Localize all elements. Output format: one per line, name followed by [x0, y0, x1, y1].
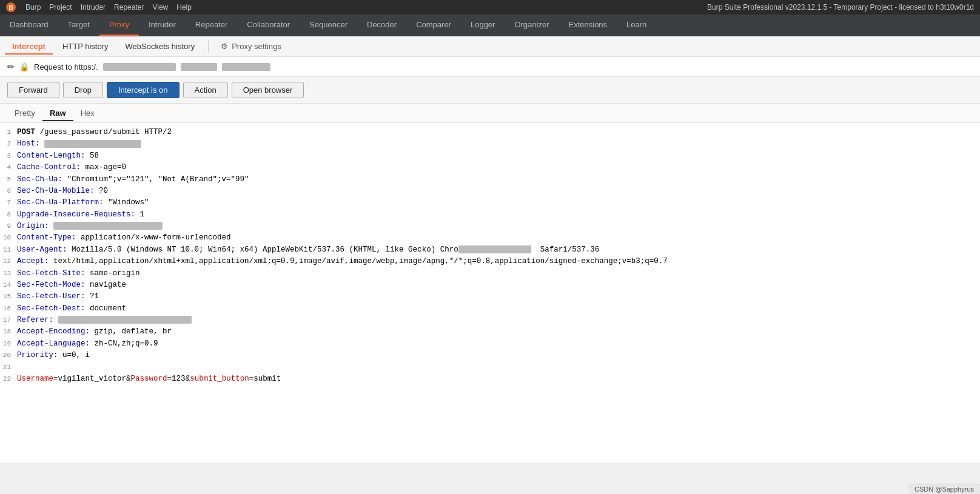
pencil-icon: ✏ [7, 62, 15, 72]
view-tab-hex[interactable]: Hex [73, 106, 102, 121]
line-content[interactable]: Upgrade-Insecure-Requests: 1 [17, 209, 980, 221]
main-nav-tab-intruder[interactable]: Intruder [139, 15, 186, 36]
line-content[interactable]: Sec-Ch-Ua-Platform: "Windows" [17, 197, 980, 209]
main-nav-tab-proxy[interactable]: Proxy [99, 15, 139, 36]
line-number: 12 [0, 256, 17, 267]
table-row: 21 [0, 362, 980, 373]
line-content[interactable]: Sec-Fetch-Mode: navigate [17, 279, 980, 291]
table-row: 5Sec-Ch-Ua: "Chromium";v="121", "Not A(B… [0, 174, 980, 185]
view-tabs: PrettyRawHex [0, 104, 980, 123]
table-row: 15Sec-Fetch-User: ?1 [0, 291, 980, 302]
line-number: 10 [0, 233, 17, 243]
titlebar-menu-view[interactable]: View [152, 3, 168, 12]
line-content[interactable]: Cache-Control: max-age=0 [17, 162, 980, 173]
line-content[interactable]: Sec-Fetch-Site: same-origin [17, 268, 980, 279]
table-row: 6Sec-Ch-Ua-Mobile: ?0 [0, 185, 980, 197]
table-row: 17Referer: [0, 315, 980, 326]
view-tab-raw[interactable]: Raw [42, 106, 73, 121]
main-nav-tab-dashboard[interactable]: Dashboard [0, 15, 58, 36]
line-number: 18 [0, 327, 17, 337]
table-row: 18Accept-Encoding: gzip, deflate, br [0, 326, 980, 338]
sub-nav-tab-intercept[interactable]: Intercept [5, 39, 53, 55]
drop-button[interactable]: Drop [63, 82, 103, 98]
main-nav-tab-logger[interactable]: Logger [461, 15, 505, 36]
footer-label: CSDN @Sapphyrus [915, 486, 974, 493]
main-nav-tab-organizer[interactable]: Organizer [505, 15, 559, 36]
table-row: 7Sec-Ch-Ua-Platform: "Windows" [0, 197, 980, 209]
line-number: 17 [0, 315, 17, 325]
line-content[interactable]: Sec-Fetch-Dest: document [17, 303, 980, 315]
main-nav-tab-collaborator[interactable]: Collaborator [237, 15, 300, 36]
line-content[interactable]: Priority: u=0, i [17, 350, 980, 361]
line-number: 8 [0, 210, 17, 220]
line-content[interactable]: Accept-Language: zh-CN,zh;q=0.9 [17, 338, 980, 350]
sub-nav-tab-websockets-history[interactable]: WebSockets history [118, 39, 203, 55]
sub-nav-divider [208, 41, 209, 53]
line-content[interactable] [17, 362, 980, 373]
line-content[interactable]: Sec-Ch-Ua-Mobile: ?0 [17, 185, 980, 197]
line-content[interactable]: Username=vigilant_victor&Password=123&su… [17, 373, 980, 385]
main-nav-tab-sequencer[interactable]: Sequencer [300, 15, 357, 36]
table-row: 13Sec-Fetch-Site: same-origin [0, 268, 980, 279]
titlebar-menu-repeater[interactable]: Repeater [114, 3, 144, 12]
url-blurred-3 [222, 63, 270, 71]
url-blurred-2 [181, 63, 217, 71]
table-row: 14Sec-Fetch-Mode: navigate [0, 279, 980, 291]
line-number: 15 [0, 292, 17, 302]
line-content[interactable]: Referer: [17, 315, 980, 326]
main-nav-tab-repeater[interactable]: Repeater [186, 15, 237, 36]
main-nav-tab-extensions[interactable]: Extensions [559, 15, 617, 36]
titlebar-menu-help[interactable]: Help [176, 3, 192, 12]
code-editor[interactable]: 1POST /guess_password/submit HTTP/22Host… [0, 123, 980, 462]
line-content[interactable]: POST /guess_password/submit HTTP/2 [17, 127, 980, 138]
line-number: 7 [0, 198, 17, 208]
line-content[interactable]: Sec-Ch-Ua: "Chromium";v="121", "Not A(Br… [17, 174, 980, 185]
line-content[interactable]: Sec-Fetch-User: ?1 [17, 291, 980, 302]
action-button[interactable]: Action [183, 82, 228, 98]
titlebar-menu-burp[interactable]: Burp [25, 3, 41, 12]
proxy-settings-button[interactable]: ⚙Proxy settings [215, 39, 287, 53]
titlebar-title: Burp Suite Professional v2023.12.1.5 - T… [707, 3, 974, 12]
line-content[interactable]: Content-Type: application/x-www-form-url… [17, 232, 980, 244]
table-row: 20Priority: u=0, i [0, 350, 980, 361]
main-nav-tab-comparer[interactable]: Comparer [406, 15, 461, 36]
url-blurred-1 [103, 63, 176, 71]
burp-logo: B [6, 2, 16, 12]
main-nav-tab-target[interactable]: Target [58, 15, 99, 36]
view-tab-pretty[interactable]: Pretty [7, 106, 42, 121]
open-browser-button[interactable]: Open browser [232, 82, 304, 98]
line-content[interactable]: Content-Length: 58 [17, 150, 980, 162]
sub-nav-tab-http-history[interactable]: HTTP history [55, 39, 116, 55]
table-row: 22Username=vigilant_victor&Password=123&… [0, 373, 980, 385]
line-number: 19 [0, 339, 17, 349]
titlebar-menu: BurpProjectIntruderRepeaterViewHelp [25, 3, 192, 12]
intercept-toggle-button[interactable]: Intercept is on [107, 82, 180, 98]
main-nav-tab-decoder[interactable]: Decoder [357, 15, 406, 36]
line-number: 22 [0, 374, 17, 384]
line-content[interactable]: User-Agent: Mozilla/5.0 (Windows NT 10.0… [17, 244, 980, 256]
titlebar-menu-project[interactable]: Project [49, 3, 72, 12]
line-content[interactable]: Origin: [17, 221, 980, 232]
table-row: 2Host: [0, 138, 980, 150]
table-row: 9Origin: [0, 221, 980, 232]
sub-nav: InterceptHTTP historyWebSockets history⚙… [0, 36, 980, 57]
line-content[interactable]: Host: [17, 138, 980, 150]
main-nav-tab-learn[interactable]: Learn [617, 15, 656, 36]
footer: CSDN @Sapphyrus [908, 484, 980, 494]
line-content[interactable]: Accept-Encoding: gzip, deflate, br [17, 326, 980, 338]
action-bar: Forward Drop Intercept is on Action Open… [0, 77, 980, 104]
line-number: 3 [0, 151, 17, 161]
table-row: 3Content-Length: 58 [0, 150, 980, 162]
titlebar-left: B BurpProjectIntruderRepeaterViewHelp [6, 2, 192, 12]
line-number: 16 [0, 304, 17, 314]
table-row: 16Sec-Fetch-Dest: document [0, 303, 980, 315]
titlebar-menu-intruder[interactable]: Intruder [81, 3, 106, 12]
request-bar: ✏ 🔒 Request to https:/. [0, 57, 980, 77]
line-number: 11 [0, 245, 17, 255]
line-number: 14 [0, 280, 17, 290]
line-number: 1 [0, 127, 17, 138]
line-content[interactable]: Accept: text/html,application/xhtml+xml,… [17, 256, 980, 267]
line-number: 20 [0, 350, 17, 361]
forward-button[interactable]: Forward [7, 82, 59, 98]
titlebar: B BurpProjectIntruderRepeaterViewHelp Bu… [0, 0, 980, 15]
